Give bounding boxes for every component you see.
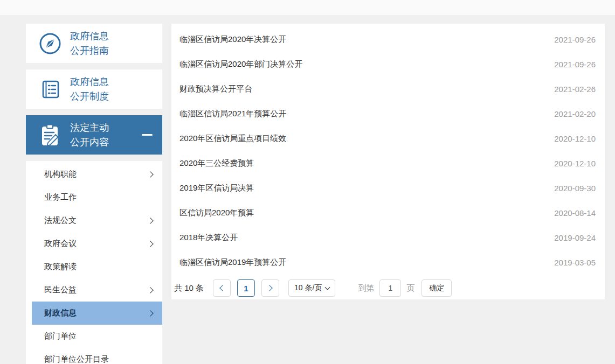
article-date: 2020-12-10 xyxy=(554,134,596,143)
article-link[interactable]: 2018年决算公开 xyxy=(179,233,238,243)
chevron-right-icon xyxy=(147,310,153,316)
sidebar-item-gov-info-guide[interactable]: 政府信息 公开指南 xyxy=(26,24,162,63)
list-item: 2020年区信访局重点项目绩效 2020-12-10 xyxy=(171,126,605,151)
chevron-right-icon xyxy=(147,241,153,247)
sidebar-item-department-directory[interactable]: 部门单位公开目录 xyxy=(26,348,162,364)
page-size-value: 10 条/页 xyxy=(294,283,322,293)
article-date: 2020-08-14 xyxy=(554,208,596,218)
menu-item-label: 政府会议 xyxy=(44,239,77,249)
sidebar-item-gov-meetings[interactable]: 政府会议 xyxy=(26,232,162,255)
compass-icon xyxy=(38,31,63,56)
prev-page-button[interactable] xyxy=(213,279,231,297)
sidebar-item-departments[interactable]: 部门单位 xyxy=(26,325,162,348)
article-list-panel: 临淄区信访局2020年决算公开 2021-09-26 临淄区信访局2020年部门… xyxy=(171,24,605,299)
sidebar-item-gov-info-system[interactable]: 政府信息 公开制度 xyxy=(26,69,162,109)
menu-item-label: 部门单位 xyxy=(44,331,77,341)
goto-page-unit-label: 页 xyxy=(406,283,414,293)
sidebar-item-agency-functions[interactable]: 机构职能 xyxy=(26,163,162,186)
sidebar-item-fiscal-information[interactable]: 财政信息 xyxy=(32,302,162,325)
page-top-strip xyxy=(0,0,615,15)
chevron-right-icon xyxy=(147,171,153,177)
minus-icon xyxy=(142,134,153,136)
article-date: 2021-09-26 xyxy=(554,35,596,44)
list-item: 临淄区信访局2019年预算公开 2019-03-05 xyxy=(171,250,605,275)
article-list: 临淄区信访局2020年决算公开 2021-09-26 临淄区信访局2020年部门… xyxy=(171,24,605,275)
chevron-right-icon xyxy=(147,287,153,293)
sidebar-item-public-welfare[interactable]: 民生公益 xyxy=(26,278,162,302)
article-link[interactable]: 临淄区信访局2021年预算公开 xyxy=(179,109,286,119)
article-link[interactable]: 临淄区信访局2020年决算公开 xyxy=(179,34,286,45)
menu-item-label: 业务工作 xyxy=(44,192,77,202)
chevron-left-icon xyxy=(219,285,225,291)
sidebar-item-business-work[interactable]: 业务工作 xyxy=(26,186,162,209)
goto-page-label: 到第 xyxy=(358,283,374,293)
page-size-select[interactable]: 10 条/页 xyxy=(288,279,335,297)
article-date: 2020-12-10 xyxy=(554,159,596,168)
menu-item-label: 财政信息 xyxy=(44,308,77,318)
confirm-button[interactable]: 确定 xyxy=(421,279,452,297)
article-link[interactable]: 2020年区信访局重点项目绩效 xyxy=(179,134,286,144)
menu-item-label: 部门单位公开目录 xyxy=(44,354,109,364)
pagination-bar: 共 10 条 1 10 条/页 到第 页 确定 xyxy=(174,279,452,297)
sidebar-item-label: 法定主动 公开内容 xyxy=(70,121,109,150)
sidebar-item-policy-interpretation[interactable]: 政策解读 xyxy=(26,255,162,278)
menu-item-label: 民生公益 xyxy=(44,285,77,295)
sidebar-item-label: 政府信息 公开指南 xyxy=(70,29,109,58)
article-link[interactable]: 2019年区信访局决算 xyxy=(179,183,254,193)
article-link[interactable]: 区信访局2020年预算 xyxy=(179,208,254,218)
list-item: 临淄区信访局2020年部门决算公开 2021-09-26 xyxy=(171,52,605,76)
chevron-right-icon xyxy=(147,218,153,223)
page-number-button[interactable]: 1 xyxy=(237,279,255,297)
article-link[interactable]: 临淄区信访局2020年部门决算公开 xyxy=(179,59,302,69)
list-item: 财政预决算公开平台 2021-02-26 xyxy=(171,76,605,101)
sidebar-item-statutory-disclosure[interactable]: 法定主动 公开内容 xyxy=(26,115,162,155)
rulebook-icon xyxy=(38,77,63,102)
total-count-label: 共 10 条 xyxy=(174,283,204,293)
article-date: 2021-09-26 xyxy=(554,60,596,69)
list-item: 2020年三公经费预算 2020-12-10 xyxy=(171,151,605,176)
menu-item-label: 法规公文 xyxy=(44,215,77,226)
list-item: 临淄区信访局2020年决算公开 2021-09-26 xyxy=(171,27,605,52)
article-date: 2021-02-26 xyxy=(554,85,596,94)
chevron-right-icon xyxy=(266,285,272,291)
list-item: 2018年决算公开 2019-09-24 xyxy=(171,225,605,250)
menu-item-label: 机构职能 xyxy=(44,169,77,179)
sidebar: 政府信息 公开指南 政府信息 公开制度 xyxy=(26,24,162,364)
list-item: 区信访局2020年预算 2020-08-14 xyxy=(171,200,605,225)
article-date: 2019-09-24 xyxy=(554,233,596,242)
article-link[interactable]: 财政预决算公开平台 xyxy=(179,84,252,94)
sidebar-item-label: 政府信息 公开制度 xyxy=(70,75,109,104)
chevron-down-icon xyxy=(325,284,330,290)
sidebar-item-regulations[interactable]: 法规公文 xyxy=(26,209,162,232)
clipboard-pencil-icon xyxy=(38,123,63,148)
list-item: 2019年区信访局决算 2020-09-30 xyxy=(171,176,605,200)
article-link[interactable]: 临淄区信访局2019年预算公开 xyxy=(179,257,286,268)
goto-page-input[interactable] xyxy=(379,279,401,297)
next-page-button[interactable] xyxy=(261,279,279,297)
sidebar-submenu: 机构职能 业务工作 法规公文 政府会议 政策解读 民生公益 财政信息 部门单位 xyxy=(26,161,162,364)
list-item: 临淄区信访局2021年预算公开 2021-02-20 xyxy=(171,101,605,126)
article-date: 2019-03-05 xyxy=(554,258,596,267)
menu-item-label: 政策解读 xyxy=(44,262,77,272)
article-date: 2020-09-30 xyxy=(554,184,596,193)
article-link[interactable]: 2020年三公经费预算 xyxy=(179,158,254,169)
article-date: 2021-02-20 xyxy=(554,109,596,118)
